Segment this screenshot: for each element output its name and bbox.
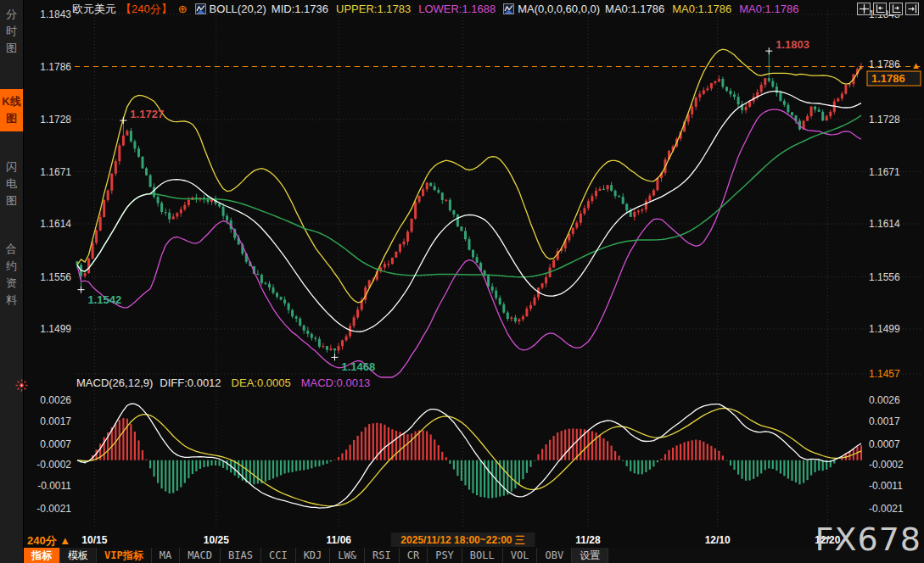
price-tick-left: 1.1499 (40, 323, 71, 335)
macd-tick-left: 0.0007 (40, 438, 71, 450)
tab-ma[interactable]: MA (152, 548, 180, 563)
macd-tick-right: 0.0026 (869, 394, 900, 406)
macd-tick-right: -0.0021 (869, 503, 904, 515)
macd-header: MACD(26,12,9) DIFF:0.0012 DEA:0.0005 MAC… (76, 376, 370, 389)
ma-label: MA(0,0,0,60,0,0) (518, 3, 600, 15)
price-tick-right: 1.1499 (869, 323, 900, 335)
trading-terminal-window: 1.18431.18431.17861.17281.17281.16711.16… (0, 0, 924, 563)
macd-tick-left: 0.0026 (40, 394, 71, 406)
boll-lower-value: LOWER:1.1688 (418, 3, 496, 15)
tab-psy[interactable]: PSY (428, 548, 462, 563)
sidebar-item-kline[interactable]: K线图 (0, 89, 23, 131)
tab-lwr[interactable]: LW& (330, 548, 365, 563)
macd-params-label: MACD(26,12,9) (76, 376, 153, 389)
macd-tick-left: 0.0017 (40, 415, 71, 427)
tab-cci[interactable]: CCI (261, 548, 296, 563)
ma0-white-value: MA0:1.1786 (605, 3, 664, 15)
macd-tick-right: -0.0002 (869, 459, 904, 471)
boll-upper-value: UPPER:1.1783 (336, 3, 411, 15)
chart-toolbar (857, 3, 919, 15)
price-tick-left: 1.1728 (40, 114, 71, 125)
crosshair-move-icon[interactable] (857, 3, 871, 15)
period-selector[interactable]: 240分 ▲ (27, 534, 70, 547)
add-indicator-icon[interactable]: ⊕ (178, 3, 188, 15)
overlay-lines (75, 49, 921, 377)
price-tick-right: 1.1728 (869, 114, 900, 125)
watermark-logo: FX678 (815, 521, 921, 558)
price-up-arrow: ▲ (911, 60, 921, 70)
symbol-name: 欧元美元 (72, 2, 116, 17)
price-tick-left: 1.1671 (40, 166, 71, 178)
macd-dea-value: DEA:0.0005 (232, 376, 291, 389)
axis-labels: 1.18431.18431.17861.17281.17281.16711.16… (36, 8, 921, 515)
candlestick-series (76, 51, 863, 357)
annotations: 1.17271.18031.15421.1468 (78, 38, 810, 373)
macd-tick-left: -0.0011 (37, 480, 71, 492)
date-tick: 10/25 (204, 534, 229, 546)
tab-rsi[interactable]: RSI (365, 548, 400, 563)
price-tick-left: 1.1556 (40, 271, 71, 283)
macd-macd-value: MACD:0.0013 (301, 376, 371, 389)
macd-diff-value: DIFF:0.0012 (160, 376, 221, 389)
tab-boll[interactable]: BOLL (462, 548, 503, 563)
macd-tick-left: -0.0021 (36, 503, 71, 515)
boll-mid-value: MID:1.1736 (272, 3, 328, 15)
extreme-price-label: 1.1468 (341, 360, 375, 373)
price-tick-right: 1.1556 (869, 271, 900, 283)
indicator-tab-bar: 指标 模板 VIP指标 MA MACD BIAS CCI KDJ LW& RSI… (24, 548, 924, 563)
price-tick-left: 1.1614 (40, 218, 71, 230)
macd-tick-right: -0.0011 (869, 480, 903, 492)
macd-pane (77, 404, 861, 508)
date-tick: 11/28 (575, 534, 601, 546)
sidebar-item-contract-info[interactable]: 合约资料 (5, 241, 18, 309)
extreme-price-label: 1.1803 (776, 38, 809, 51)
macd-tick-left: -0.0002 (36, 459, 71, 471)
tab-template[interactable]: 模板 (60, 548, 97, 563)
price-tick-left: 1.1843 (40, 8, 71, 20)
sun-marker-icon (15, 379, 28, 395)
expand-x-icon[interactable] (889, 3, 903, 15)
ma0-yellow-value: MA0:1.1786 (672, 3, 731, 15)
price-tick-right: 1.1671 (869, 166, 900, 178)
tab-settings[interactable]: 设置 (572, 548, 608, 563)
date-tick: 11/06 (327, 534, 352, 546)
price-tick-left: 1.1786 (40, 61, 71, 73)
chart-canvas[interactable]: 1.18431.18431.17861.17281.17281.16711.16… (0, 0, 924, 548)
ma60-line (77, 115, 861, 277)
shrink-x-icon[interactable] (873, 3, 887, 15)
macd-tick-right: 0.0007 (869, 438, 900, 450)
tab-kdj[interactable]: KDJ (296, 548, 331, 563)
x-axis-row: 240分 ▲10/1510/2511/0611/2812/1012/202025… (27, 532, 841, 547)
price-tick-right: 1.1614 (869, 218, 900, 230)
tab-cr[interactable]: CR (400, 548, 428, 563)
sidebar-item-flash-chart[interactable]: 闪电图 (5, 159, 18, 209)
period-label[interactable]: 【240分】 (120, 2, 172, 17)
range-low-label: 1.1457 (869, 368, 900, 380)
crosshair-date-label: 2025/11/12 18:00~22:00 三 (400, 534, 524, 546)
tab-vip-indicator[interactable]: VIP指标 (97, 548, 152, 563)
date-tick: 12/10 (705, 534, 731, 546)
macd-diff-line (77, 404, 861, 508)
macd-tick-right: 0.0017 (869, 415, 900, 427)
extreme-price-label: 1.1727 (130, 108, 164, 120)
ma-indicator-icon[interactable] (503, 3, 514, 14)
chart-header: 欧元美元 【240分】 ⊕ BOLL(20,2) MID:1.1736 UPPE… (72, 2, 798, 16)
sidebar-item-timeshare[interactable]: 分时图 (5, 6, 18, 57)
boll-upper-line (77, 49, 861, 303)
tab-bias[interactable]: BIAS (221, 548, 261, 563)
pan-right-icon[interactable] (905, 3, 919, 15)
boll-label: BOLL(20,2) (210, 3, 266, 15)
date-tick: 10/15 (81, 534, 107, 546)
extreme-price-label: 1.1542 (88, 293, 122, 306)
tab-macd[interactable]: MACD (180, 548, 221, 563)
current-price-right-label: 1.1786 (869, 59, 900, 70)
boll-indicator-icon[interactable] (195, 3, 206, 14)
sidebar: 分时图 K线图 闪电图 合约资料 (0, 0, 24, 563)
tab-obv[interactable]: OBV (537, 548, 572, 563)
ma0-magenta-value: MA0:1.1786 (739, 3, 798, 15)
current-price-box-value: 1.1786 (871, 72, 905, 85)
tab-vol[interactable]: VOL (503, 548, 538, 563)
tab-indicator[interactable]: 指标 (24, 548, 60, 563)
